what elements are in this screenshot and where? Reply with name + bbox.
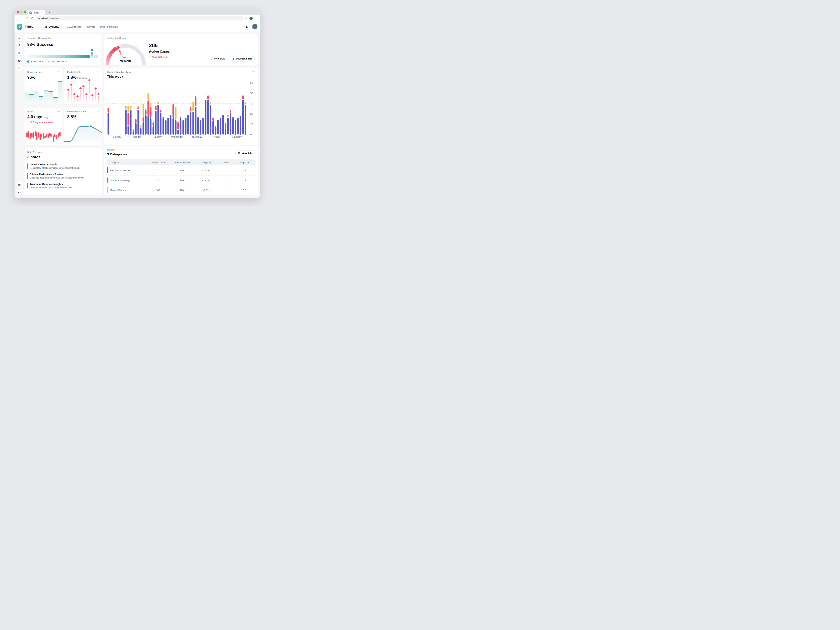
- patients-icon: [18, 44, 21, 47]
- recovery-mini-chart: [25, 81, 63, 104]
- nav-item-analytics[interactable]: Analytics: [86, 25, 95, 28]
- trend-bar-base: [167, 118, 169, 134]
- sidebar-item-calendar[interactable]: [17, 58, 22, 63]
- recovery-bar: [44, 90, 48, 104]
- button-label: View data: [214, 57, 225, 60]
- window-controls[interactable]: [17, 11, 26, 13]
- table-header-row: CategoryCurrent CasesPrevious PeriodChan…: [107, 159, 255, 165]
- trend-bar: [157, 83, 159, 134]
- share-button[interactable]: [245, 24, 250, 30]
- tahes-logo[interactable]: ❖: [17, 24, 22, 30]
- note-title: Disease Trend Analysis: [30, 163, 99, 166]
- browser-profile-avatar[interactable]: [249, 17, 253, 20]
- mortality-point: [73, 79, 76, 103]
- home-icon[interactable]: [31, 17, 34, 20]
- more-options-button[interactable]: •••: [57, 71, 60, 73]
- table-row: Infectious Diseases320270+18.5%▲5.2: [107, 165, 255, 175]
- more-options-button[interactable]: •••: [252, 37, 255, 39]
- mortality-dot: [76, 95, 79, 98]
- column-header: Avg LOS: [234, 161, 255, 164]
- minimize-window-button[interactable]: [21, 11, 22, 13]
- more-options-button[interactable]: •••: [97, 110, 100, 112]
- alos-bar: [31, 133, 33, 137]
- alos-bar: [58, 133, 59, 137]
- more-options-button[interactable]: •••: [252, 71, 255, 73]
- card-title: Readmission Rate: [67, 110, 99, 113]
- back-icon[interactable]: ←: [17, 17, 20, 20]
- mortality-point: [67, 79, 69, 103]
- card-title: Mortality Rate: [67, 71, 99, 73]
- new-tab-button[interactable]: +: [47, 10, 52, 15]
- trend-bar-base: [155, 111, 156, 134]
- download-data-button[interactable]: Download data: [230, 56, 255, 62]
- trend-bar: [202, 83, 204, 134]
- trend-plot-bars: [107, 83, 247, 134]
- trend-bar-base: [177, 129, 179, 135]
- trend-bar: [127, 83, 129, 134]
- more-options-button[interactable]: •••: [95, 37, 98, 39]
- trend-bar: [115, 83, 117, 134]
- mortality-dot: [88, 79, 90, 81]
- sidebar-item-database[interactable]: [17, 51, 22, 56]
- avg-los-cell: 6.3: [234, 189, 255, 191]
- trend-bar-base: [202, 118, 204, 134]
- trend-cell: ▼: [218, 179, 234, 182]
- trend-bar-accent: [160, 110, 161, 112]
- alos-bar: [27, 132, 28, 137]
- trend-bar: [209, 83, 212, 134]
- nav-item-drug-information[interactable]: Drug Information: [100, 25, 118, 28]
- tab-close-icon[interactable]: ×: [42, 11, 44, 14]
- url-bar[interactable]: tahes.io/overview/: [36, 16, 243, 21]
- category-cell: Infectious Diseases: [107, 169, 147, 172]
- trend-bar-accent: [225, 123, 226, 128]
- more-options-button[interactable]: •••: [97, 71, 100, 73]
- trend-bar-base: [182, 120, 184, 134]
- trend-y-axis: 60504030200: [249, 83, 257, 134]
- view-data-button[interactable]: View data: [208, 56, 227, 62]
- maximize-window-button[interactable]: [24, 11, 26, 13]
- sidebar-item-home[interactable]: [17, 35, 22, 41]
- notes-count: 3 notes: [27, 155, 99, 159]
- app-header: ❖ Tahes OverviewData PatientsAnalyticsDr…: [14, 21, 260, 32]
- active-cases-unit: Active Cases: [149, 50, 170, 54]
- sidebar-item-patients[interactable]: [17, 43, 22, 48]
- trend-bar-highlight: [140, 125, 142, 128]
- trend-bar-base: [137, 110, 139, 134]
- browser-tab[interactable]: ❖ Tahes ×: [28, 10, 45, 16]
- trend-bar: [212, 83, 215, 134]
- legend-item: Success Rate: [27, 60, 44, 63]
- nav-item-overview[interactable]: Overview: [41, 24, 62, 30]
- trend-bar-base: [225, 129, 226, 134]
- x-axis-day-label: Friday: [207, 136, 227, 138]
- mortality-dot: [79, 87, 82, 89]
- note-description: Pneumonia recovery rate improved by 15%: [30, 186, 99, 189]
- mortality-stick: [77, 98, 78, 103]
- document-icon: [210, 58, 213, 60]
- trend-bar-highlight: [147, 93, 149, 100]
- nav-item-data-patients[interactable]: Data Patients: [67, 25, 81, 28]
- sidebar-item-help[interactable]: [17, 182, 22, 188]
- more-options-button[interactable]: •••: [57, 110, 60, 112]
- mortality-dot: [67, 89, 69, 91]
- user-avatar[interactable]: [252, 24, 257, 30]
- reload-icon[interactable]: ⟳: [27, 17, 29, 20]
- main-nav: OverviewData PatientsAnalyticsDrug Infor…: [41, 24, 118, 30]
- more-options-button[interactable]: •••: [97, 151, 100, 153]
- forward-icon[interactable]: →: [22, 17, 24, 20]
- trend-bar: [215, 83, 217, 134]
- bookmark-star-icon[interactable]: ☆: [245, 17, 247, 20]
- close-window-button[interactable]: [17, 11, 19, 13]
- trend-bar: [219, 83, 222, 134]
- trend-bar: [137, 83, 139, 134]
- sidebar-item-support-headset[interactable]: [17, 190, 22, 195]
- success-rate-bar: [27, 50, 98, 58]
- note-list-item: Clinical Performance ReviewOncology depa…: [27, 171, 99, 181]
- mortality-rate-card: Mortality Rate 1.8% this week •••: [65, 68, 103, 104]
- browser-menu-kebab-icon[interactable]: ⋮: [255, 17, 257, 20]
- sidebar-item-search-analytics[interactable]: [17, 65, 22, 71]
- trend-bar-accent: [207, 95, 209, 100]
- view-data-button[interactable]: View data: [235, 150, 255, 156]
- mortality-stick: [68, 92, 69, 103]
- y-axis-tick: 60: [250, 82, 253, 84]
- trend-bar-highlight: [150, 103, 152, 106]
